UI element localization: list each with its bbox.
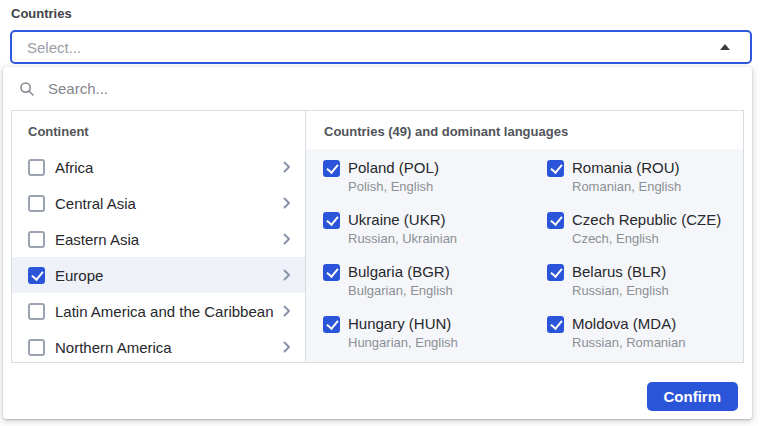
checkbox-checked[interactable]	[323, 264, 340, 281]
country-grid: Poland (POL) Polish, English Romania (RO…	[306, 149, 743, 363]
country-name: Czech Republic (CZE)	[572, 210, 721, 229]
continent-label: Latin America and the Caribbean	[55, 303, 283, 320]
countries-select[interactable]: Select...	[10, 30, 752, 64]
country-text: Poland (POL) Polish, English	[348, 158, 439, 196]
continent-row-central-asia[interactable]: Central Asia	[12, 185, 305, 221]
continent-row-europe[interactable]: Europe	[12, 257, 305, 293]
checkbox-unchecked[interactable]	[28, 159, 45, 176]
continent-panel: Continent Africa Central Asia	[12, 111, 306, 362]
country-text: Romania (ROU) Romanian, English	[572, 158, 681, 196]
checkbox-checked[interactable]	[547, 316, 564, 333]
country-languages: Russian, English	[572, 282, 669, 300]
continent-label: Eastern Asia	[55, 231, 283, 248]
checkbox-checked[interactable]	[28, 267, 45, 284]
country-name: Moldova (MDA)	[572, 314, 685, 333]
countries-panel: Countries (49) and dominant languages Po…	[306, 111, 743, 362]
country-text: Bulgaria (BGR) Bulgarian, English	[348, 262, 453, 300]
country-item-hungary[interactable]: Hungary (HUN) Hungarian, English	[323, 314, 547, 363]
selection-list-box: Continent Africa Central Asia	[11, 110, 744, 363]
country-text: Czech Republic (CZE) Czech, English	[572, 210, 721, 248]
checkbox-unchecked[interactable]	[28, 195, 45, 212]
country-item-belarus[interactable]: Belarus (BLR) Russian, English	[547, 262, 743, 314]
checkbox-checked[interactable]	[547, 160, 564, 177]
country-name: Belarus (BLR)	[572, 262, 669, 281]
continent-label: Europe	[55, 267, 283, 284]
confirm-button[interactable]: Confirm	[647, 382, 739, 411]
country-text: Moldova (MDA) Russian, Romanian	[572, 314, 685, 352]
search-icon	[19, 81, 35, 97]
checkbox-checked[interactable]	[547, 212, 564, 229]
checkbox-unchecked[interactable]	[28, 231, 45, 248]
country-languages: Czech, English	[572, 230, 721, 248]
continent-row-eastern-asia[interactable]: Eastern Asia	[12, 221, 305, 257]
search-input[interactable]	[46, 79, 752, 98]
chevron-right-icon[interactable]	[283, 341, 291, 353]
continent-row-northern-america[interactable]: Northern America	[12, 329, 305, 363]
dropdown-footer: Confirm	[3, 363, 752, 419]
countries-multiselect-widget: Countries Select... Continent Africa	[0, 0, 763, 426]
checkbox-checked[interactable]	[323, 316, 340, 333]
country-item-czech-republic[interactable]: Czech Republic (CZE) Czech, English	[547, 210, 743, 262]
continent-label: Central Asia	[55, 195, 283, 212]
country-name: Bulgaria (BGR)	[348, 262, 453, 281]
country-name: Hungary (HUN)	[348, 314, 458, 333]
continent-row-africa[interactable]: Africa	[12, 149, 305, 185]
country-languages: Russian, Ukrainian	[348, 230, 457, 248]
country-name: Poland (POL)	[348, 158, 439, 177]
continent-panel-header: Continent	[12, 111, 305, 149]
country-item-bulgaria[interactable]: Bulgaria (BGR) Bulgarian, English	[323, 262, 547, 314]
country-item-romania[interactable]: Romania (ROU) Romanian, English	[547, 158, 743, 210]
country-text: Ukraine (UKR) Russian, Ukrainian	[348, 210, 457, 248]
chevron-right-icon[interactable]	[283, 305, 291, 317]
country-languages: Hungarian, English	[348, 334, 458, 352]
country-languages: Romanian, English	[572, 178, 681, 196]
continent-row-latin-america[interactable]: Latin America and the Caribbean	[12, 293, 305, 329]
checkbox-checked[interactable]	[547, 264, 564, 281]
chevron-right-icon[interactable]	[283, 161, 291, 173]
checkbox-checked[interactable]	[323, 212, 340, 229]
chevron-right-icon[interactable]	[283, 269, 291, 281]
countries-panel-header: Countries (49) and dominant languages	[306, 111, 743, 149]
chevron-right-icon[interactable]	[283, 197, 291, 209]
select-placeholder: Select...	[27, 39, 81, 56]
country-text: Hungary (HUN) Hungarian, English	[348, 314, 458, 352]
country-languages: Polish, English	[348, 178, 439, 196]
caret-up-icon	[720, 44, 730, 50]
field-label: Countries	[11, 6, 72, 21]
country-name: Romania (ROU)	[572, 158, 681, 177]
continent-label: Northern America	[55, 339, 283, 356]
country-languages: Bulgarian, English	[348, 282, 453, 300]
checkbox-unchecked[interactable]	[28, 303, 45, 320]
search-row	[3, 67, 752, 110]
checkbox-unchecked[interactable]	[28, 339, 45, 356]
country-item-ukraine[interactable]: Ukraine (UKR) Russian, Ukrainian	[323, 210, 547, 262]
checkbox-checked[interactable]	[323, 160, 340, 177]
continent-label: Africa	[55, 159, 283, 176]
country-name: Ukraine (UKR)	[348, 210, 457, 229]
country-text: Belarus (BLR) Russian, English	[572, 262, 669, 300]
chevron-right-icon[interactable]	[283, 233, 291, 245]
country-item-moldova[interactable]: Moldova (MDA) Russian, Romanian	[547, 314, 743, 363]
country-item-poland[interactable]: Poland (POL) Polish, English	[323, 158, 547, 210]
dropdown-panel: Continent Africa Central Asia	[3, 67, 752, 419]
country-languages: Russian, Romanian	[572, 334, 685, 352]
